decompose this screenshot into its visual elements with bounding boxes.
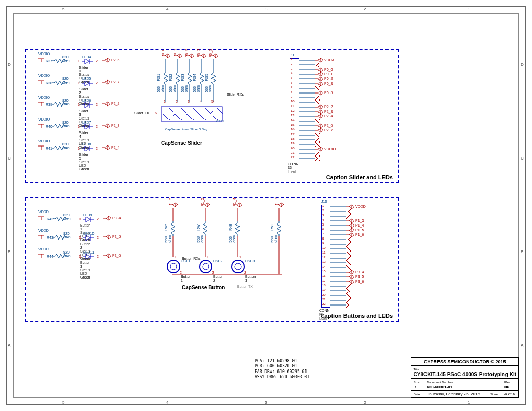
slider-tx-label: Slider TX <box>134 111 149 115</box>
tick-side: C <box>8 156 11 161</box>
power-icon <box>37 56 45 62</box>
capsense-button-title: CapSense Button <box>182 285 225 290</box>
tick-bot: 1 <box>468 400 470 405</box>
tick-top: 2 <box>364 7 366 11</box>
bus-line <box>172 274 282 275</box>
resistor-icon <box>170 221 176 236</box>
capsense-button-icon <box>198 259 213 274</box>
tick-bot: 3 <box>265 400 267 405</box>
title-block: CYPRESS SEMICONDUCTOR © 2015 TitleCY8CKI… <box>411 357 519 398</box>
port-icon <box>102 79 110 85</box>
build-info: PCA: 121-60298-01 PCB: 600-60320-01 FAB … <box>255 359 310 380</box>
led-icon <box>82 58 94 64</box>
css1-ref: CSS1 <box>216 120 224 123</box>
tick-side: D <box>8 62 11 67</box>
tick-side: D <box>521 62 524 67</box>
port-icon <box>102 58 110 63</box>
tick-bot: 2 <box>364 400 366 405</box>
port-icon <box>102 145 110 150</box>
led-icon <box>82 80 94 86</box>
resistor-icon <box>276 221 282 236</box>
slider-led-row: VDDIO R41 820 ohm LED8 1 2 P2_4 Slider 5… <box>37 143 45 150</box>
resistor-icon <box>199 71 204 86</box>
nc-icon <box>315 156 320 161</box>
slider-subtitle: CapSense Linear Slider 5 Seg <box>165 128 207 131</box>
caption-slider: Caption Slider and LEDs <box>326 174 393 180</box>
capsense-button-icon <box>166 259 181 274</box>
svg-point-39 <box>200 260 212 273</box>
nc-icon <box>346 302 351 308</box>
tick-side: A <box>8 343 10 348</box>
tick-top: 3 <box>265 7 267 11</box>
caption-button: Caption Buttons and LEDs <box>321 313 393 319</box>
resistor-icon <box>211 71 216 86</box>
capsense-slider-title: CapSense Slider <box>161 140 202 146</box>
tick-top: 4 <box>166 7 168 11</box>
tick-side: A <box>521 343 523 348</box>
slider-led-row: VDDIO R40 820 ohm LED7 1 2 P2_3 Slider 4… <box>37 122 45 128</box>
svg-point-36 <box>170 263 177 270</box>
slider-led-row: VDDIO R38 820 ohm LED5 1 2 P2_7 Slider 2… <box>37 78 45 85</box>
tick-side: C <box>521 156 524 161</box>
led-icon <box>82 102 94 108</box>
port-icon <box>102 123 110 128</box>
led-icon <box>82 124 94 130</box>
slider-rx-label: Slider RXs <box>227 92 244 96</box>
svg-point-35 <box>167 260 180 273</box>
slider-led-row: VDDIO R37 820 ohm LED4 1 2 P2_6 Slider 1… <box>37 56 45 63</box>
svg-point-44 <box>235 263 241 270</box>
led-icon <box>82 145 94 152</box>
resistor-icon <box>163 71 168 86</box>
tick-bot: 4 <box>166 400 168 405</box>
capsense-slider-symbol <box>156 101 229 127</box>
power-icon <box>37 78 45 84</box>
port-icon <box>102 101 110 107</box>
capsense-button-icon <box>231 259 245 274</box>
power-icon <box>37 143 45 150</box>
tick-top: 5 <box>62 7 64 11</box>
resistor-icon <box>235 221 240 236</box>
tick-top: 1 <box>468 7 470 11</box>
button-tx-label: Button TX <box>237 285 253 288</box>
resistor-icon <box>175 71 180 86</box>
svg-point-40 <box>203 263 209 270</box>
resistor-icon <box>203 221 208 236</box>
tick-side: B <box>8 249 10 254</box>
tick-bot: 5 <box>62 400 64 405</box>
resistor-icon <box>187 71 192 86</box>
tick-side: B <box>521 249 523 254</box>
power-icon <box>37 122 45 128</box>
slider-led-row: VDDIO R39 820 ohm LED6 1 2 P2_2 Slider 3… <box>37 100 45 107</box>
pin-6: 6 <box>155 111 157 115</box>
power-icon <box>37 100 45 106</box>
svg-point-43 <box>232 260 244 273</box>
